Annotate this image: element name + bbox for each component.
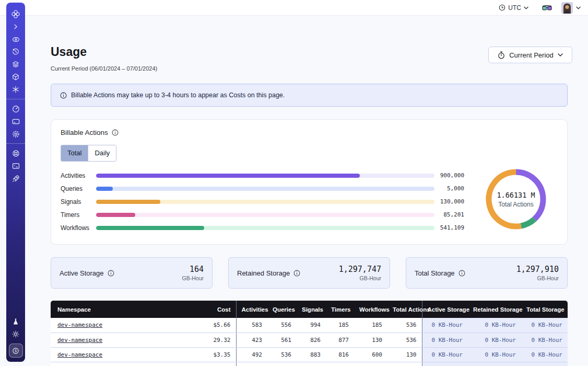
cube-icon[interactable]: [9, 71, 22, 83]
namespace-link[interactable]: dev-namespace: [57, 351, 102, 358]
terminal-icon[interactable]: [9, 159, 22, 172]
cell-total-actions: 130: [387, 347, 422, 362]
info-banner: Billable Actions may take up to 3-4 hour…: [51, 84, 568, 107]
col-cost[interactable]: Cost: [181, 301, 236, 318]
cell-cost: $5.66: [181, 318, 236, 333]
svg-text:$: $: [15, 349, 17, 353]
avatar: [561, 2, 573, 14]
clock-icon: [499, 4, 505, 11]
col-activities[interactable]: Activities: [236, 301, 267, 318]
info-icon[interactable]: [458, 270, 465, 277]
col-total-actions[interactable]: Total Actions: [387, 301, 422, 318]
history-clock-icon[interactable]: [9, 45, 22, 58]
cell-timers: 816: [326, 347, 354, 362]
namespaces-eye-icon[interactable]: [9, 33, 22, 45]
cell-retained-storage: 0 KB-Hour: [468, 318, 521, 333]
glasses-button[interactable]: [542, 5, 552, 11]
temporal-logo-icon[interactable]: [9, 8, 22, 20]
billing-card-icon[interactable]: [9, 115, 22, 128]
total-storage-card: Total Storage 1,297,910 GB-Hour: [406, 257, 568, 289]
support-lifebuoy-icon[interactable]: [9, 147, 22, 159]
table-row-partial: [51, 362, 568, 366]
settings-gear-icon[interactable]: [9, 128, 22, 140]
sidebar: $: [6, 3, 25, 362]
chevron-down-icon: [524, 6, 528, 9]
layers-icon[interactable]: [9, 58, 22, 71]
col-timers[interactable]: Timers: [326, 301, 354, 318]
bar-track: [96, 200, 434, 204]
period-dropdown-button[interactable]: Current Period: [488, 47, 572, 63]
theme-sun-icon[interactable]: [9, 328, 22, 340]
donut-total-label: Total Actions: [498, 201, 533, 208]
cell-retained-storage: 0 KB-Hour: [468, 347, 521, 362]
bar-value: 541,109: [434, 224, 464, 231]
cell-total-storage: 0 KB-Hour: [521, 333, 568, 347]
cell-total-storage: 0 KB-Hour: [521, 318, 568, 333]
period-dropdown-label: Current Period: [509, 51, 554, 59]
view-toggle: Total Daily: [61, 145, 116, 162]
bar-track: [96, 187, 434, 191]
lab-flask-icon[interactable]: [9, 315, 22, 328]
cell-signals: 883: [297, 347, 326, 362]
table-row: dev-namespace 29.32 423 561 826 877 130 …: [51, 333, 568, 347]
tab-daily[interactable]: Daily: [88, 145, 116, 161]
glasses-icon: [542, 5, 552, 11]
stat-unit: GB-Hour: [182, 275, 204, 281]
cell-cost: 29.32: [181, 333, 236, 347]
col-active-storage[interactable]: Active Storage: [422, 301, 468, 318]
bar-fill: [96, 200, 160, 204]
cell-queries: 561: [267, 333, 297, 347]
bar-value: 85,201: [434, 211, 464, 218]
namespace-link[interactable]: dev-namespace: [57, 322, 102, 328]
page-subtitle: Current Period (06/01/2024 – 07/01/2024): [51, 65, 157, 72]
col-signals[interactable]: Signals: [297, 301, 326, 318]
bar-fill: [96, 226, 204, 230]
namespace-link[interactable]: dev-namespace: [57, 337, 102, 344]
tab-total[interactable]: Total: [61, 145, 88, 161]
info-icon[interactable]: [112, 129, 119, 136]
table-row: dev-namespace $3.35 492 536 883 816 600 …: [51, 347, 568, 362]
col-workflows[interactable]: Workflows: [354, 301, 387, 318]
cell-timers: 185: [326, 318, 354, 333]
table-row: dev-namespace $5.66 583 556 994 185 185 …: [51, 318, 568, 333]
stat-label: Total Storage: [415, 269, 465, 277]
usage-coin-active[interactable]: $: [9, 344, 23, 358]
timezone-dropdown[interactable]: UTC: [499, 4, 528, 12]
usage-gauge-icon[interactable]: [9, 102, 22, 115]
cell-signals: 826: [297, 333, 326, 347]
chevron-expand-icon[interactable]: [9, 20, 22, 33]
stat-unit: GB-Hour: [339, 275, 381, 281]
info-icon[interactable]: [293, 270, 300, 277]
asterisk-icon[interactable]: [9, 83, 22, 96]
namespace-usage-table: Namespace Cost Activities Queries Signal…: [51, 301, 568, 366]
col-queries[interactable]: Queries: [267, 301, 297, 318]
col-retained-storage[interactable]: Retained Storage: [468, 301, 521, 318]
billable-actions-title-text: Billable Actions: [61, 129, 108, 136]
cell-active-storage: 0 KB-Hour: [422, 347, 468, 362]
chevron-down-icon: [558, 53, 563, 56]
bar-row-workflows: Workflows 541,109: [61, 221, 464, 234]
col-total-storage[interactable]: Total Storage: [521, 301, 568, 318]
cell-cost: $3.35: [181, 347, 236, 362]
billable-bar-chart: Activities 900,000 Queries 5,000 Signals…: [61, 169, 464, 234]
rocket-icon[interactable]: [9, 172, 22, 185]
cell-retained-storage: 0 KB-Hour: [468, 333, 521, 347]
donut-total-value: 1.66131 M: [497, 191, 535, 199]
cell-active-storage: 0 KB-Hour: [422, 333, 468, 347]
retained-storage-card: Retained Storage 1,297,747 GB-Hour: [228, 257, 390, 289]
bar-label: Workflows: [61, 224, 96, 232]
active-storage-card: Active Storage 164 GB-Hour: [51, 257, 213, 289]
stopwatch-icon: [498, 51, 505, 59]
user-menu[interactable]: [561, 2, 581, 14]
col-namespace[interactable]: Namespace: [51, 301, 181, 318]
cell-signals: 994: [297, 318, 326, 333]
stat-label-text: Active Storage: [60, 269, 104, 277]
bar-row-signals: Signals 130,000: [61, 195, 464, 208]
total-actions-donut: 1.66131 M Total Actions: [484, 167, 548, 232]
info-banner-text: Billable Actions may take up to 3-4 hour…: [71, 92, 285, 99]
cell-workflows: 185: [354, 318, 387, 333]
info-icon[interactable]: [108, 270, 114, 277]
stat-label-text: Total Storage: [415, 269, 455, 277]
bar-value: 130,000: [434, 198, 464, 205]
stat-label: Active Storage: [60, 269, 114, 277]
